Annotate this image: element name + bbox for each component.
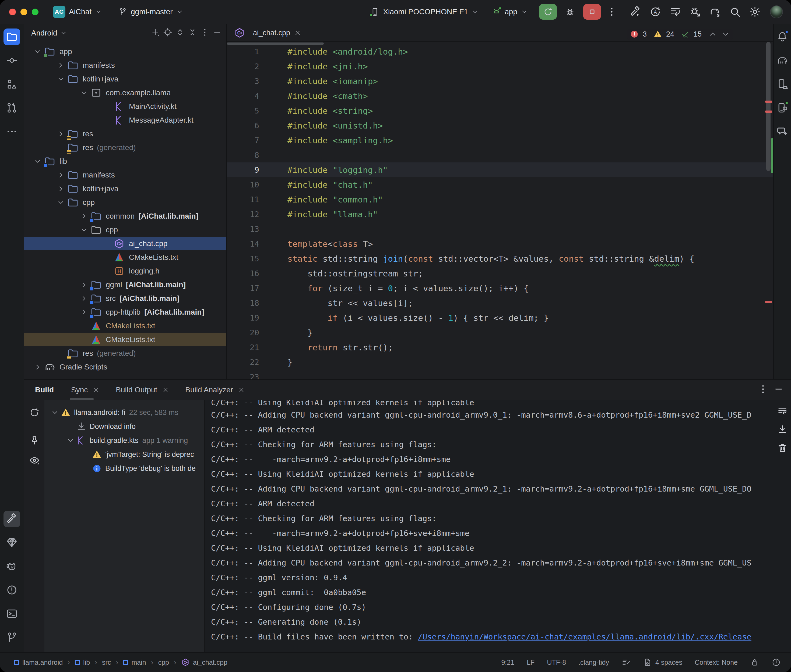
code-line-8[interactable]: 8	[227, 148, 773, 162]
code-style-formatter[interactable]	[621, 658, 631, 667]
tree-item-common[interactable]: common[AiChat.lib.main]	[24, 209, 226, 223]
close-window-button[interactable]	[9, 9, 16, 15]
expand-all-button[interactable]	[175, 27, 185, 39]
debug-button[interactable]	[561, 4, 579, 20]
user-avatar[interactable]	[770, 5, 783, 18]
code-line-14[interactable]: 14template<class T>	[227, 236, 773, 251]
indent-config[interactable]: 4 spaces	[643, 658, 682, 667]
gemini-chat-tool-button[interactable]	[774, 123, 791, 140]
previous-problem-icon[interactable]	[708, 30, 717, 39]
breadcrumb-src[interactable]: src	[102, 659, 111, 666]
sync-console[interactable]: C/C++: -- Using KleidiAI optimized kerne…	[205, 400, 791, 652]
close-tab-icon[interactable]	[93, 386, 99, 394]
build-tool-button[interactable]	[3, 510, 20, 527]
hide-build-panel-button[interactable]	[773, 384, 784, 396]
project-widget[interactable]: AC AiChat	[50, 4, 105, 20]
code-line-4[interactable]: 4#include <cmath>	[227, 88, 773, 103]
commit-tool-button[interactable]	[3, 52, 20, 69]
run-configuration-selector[interactable]: app	[489, 6, 531, 18]
chevron-right-icon[interactable]	[77, 293, 90, 304]
chevron-down-icon[interactable]	[55, 74, 67, 85]
branch-widget[interactable]: ggml-master	[116, 6, 186, 18]
code-line-23[interactable]: 23	[227, 370, 773, 379]
rerun-button[interactable]	[539, 4, 557, 20]
chevron-down-icon[interactable]	[77, 87, 90, 98]
build-and-run-button[interactable]	[629, 5, 642, 18]
close-tab-icon[interactable]	[162, 386, 169, 394]
view-options-button[interactable]	[29, 455, 40, 467]
build-tree-item[interactable]: 'jvmTarget: String' is deprec	[44, 448, 204, 461]
build-tab-build-output[interactable]: Build Output	[114, 380, 171, 400]
code-line-12[interactable]: 12#include "llama.h"	[227, 207, 773, 222]
file-encoding[interactable]: UTF-8	[547, 659, 566, 666]
code-line-19[interactable]: 19 if (i < values.size() - 1) { str << d…	[227, 310, 773, 325]
tree-item-src[interactable]: src[AiChat.lib.main]	[24, 291, 226, 305]
tree-item-logging-h[interactable]: Hlogging.h	[24, 264, 226, 278]
editor-tab-ai-chat-cpp[interactable]: C ai_chat.cpp	[232, 27, 303, 38]
tree-item-kotlin-java[interactable]: kotlin+java	[24, 182, 226, 195]
tree-item-kotlin-java[interactable]: kotlin+java	[24, 72, 226, 86]
editor-scrollbar[interactable]	[766, 42, 770, 171]
tree-item-cpp-httplib[interactable]: cpp-httplib[AiChat.lib.main]	[24, 305, 226, 319]
build-tree-item[interactable]: llama.android: fi22 sec, 583 ms	[44, 405, 204, 419]
close-tab-icon[interactable]	[294, 29, 302, 37]
error-stripe-mark[interactable]	[765, 101, 772, 103]
tree-item-manifests[interactable]: manifests	[24, 168, 226, 182]
project-options-button[interactable]	[200, 27, 210, 39]
breadcrumb-main[interactable]: main	[123, 659, 146, 666]
chevron-right-icon[interactable]	[55, 183, 67, 194]
chevron-down-icon[interactable]	[55, 197, 67, 208]
chevron-right-icon[interactable]	[31, 362, 44, 373]
code-line-10[interactable]: 10#include "chat.h"	[227, 177, 773, 192]
tree-item-res[interactable]: res	[24, 127, 226, 141]
chevron-right-icon[interactable]	[77, 279, 90, 290]
code-line-15[interactable]: 15static std::string join(const std::vec…	[227, 251, 773, 266]
code-line-16[interactable]: 16 std::ostringstream str;	[227, 266, 773, 281]
select-opened-file-button[interactable]	[163, 27, 173, 39]
tree-item-messageadapter-kt[interactable]: MessageAdapter.kt	[24, 113, 226, 127]
chevron-down-icon[interactable]	[65, 435, 76, 446]
sync-project-with-gradle-button[interactable]	[709, 5, 722, 18]
chevron-right-icon[interactable]	[55, 60, 67, 71]
device-manager-tool-button[interactable]	[774, 76, 791, 93]
tree-item-mainactivity-kt[interactable]: MainActivity.kt	[24, 99, 226, 113]
code-line-22[interactable]: 22}	[227, 355, 773, 370]
line-separator[interactable]: LF	[527, 659, 534, 666]
clang-tidy[interactable]: .clang-tidy	[578, 659, 609, 666]
code-editor[interactable]: 1#include <android/log.h>2#include <jni.…	[227, 42, 773, 379]
context[interactable]: Context: None	[695, 659, 738, 666]
tab-scrollbar[interactable]	[227, 43, 324, 45]
code-line-3[interactable]: 3#include <iomanip>	[227, 74, 773, 88]
build-tree-item[interactable]: build.gradle.ktsapp 1 warning	[44, 434, 204, 448]
tree-item-gradle-scripts[interactable]: Gradle Scripts	[24, 360, 226, 374]
attach-debugger-button[interactable]	[689, 5, 702, 18]
build-panel-options-button[interactable]	[757, 384, 769, 396]
build-tab-sync[interactable]: Sync	[69, 380, 102, 400]
tree-item-cpp[interactable]: cpp	[24, 195, 226, 209]
tree-item-app[interactable]: app	[24, 45, 226, 58]
code-line-17[interactable]: 17 for (size_t i = 0; i < values.size();…	[227, 281, 773, 296]
tree-item-manifests[interactable]: manifests	[24, 58, 226, 72]
tree-item-ggml[interactable]: ggml[AiChat.lib.main]	[24, 278, 226, 291]
logcat-tool-button[interactable]	[3, 558, 20, 574]
chevron-down-icon[interactable]	[77, 224, 90, 235]
chevron-down-icon[interactable]	[31, 46, 44, 57]
caret-position[interactable]: 9:21	[501, 659, 514, 666]
clear-console-button[interactable]	[777, 443, 788, 455]
tree-item-ai-chat-cpp[interactable]: Cai_chat.cpp	[24, 237, 226, 250]
chevron-down-icon[interactable]	[31, 156, 44, 167]
build-output-path-link[interactable]: /Users/hanyin/Workspace/ai-chat/examples…	[418, 632, 751, 642]
breadcrumb-llama-android[interactable]: llama.android	[14, 659, 63, 666]
project-view-selector[interactable]: Android	[31, 29, 57, 37]
tree-item-cmakelists-txt[interactable]: CMakeLists.txt	[24, 250, 226, 264]
code-line-2[interactable]: 2#include <jni.h>	[227, 59, 773, 74]
structure-tool-button[interactable]	[3, 76, 20, 93]
collapse-all-button[interactable]	[188, 27, 197, 39]
breadcrumb-cpp[interactable]: cpp	[158, 659, 169, 666]
project-tool-button[interactable]	[3, 29, 20, 45]
inspections-widget[interactable]	[772, 658, 781, 667]
resource-manager-tool-button[interactable]	[3, 534, 20, 551]
build-tab-build-analyzer[interactable]: Build Analyzer	[183, 380, 247, 400]
inspections-widget[interactable]: 3 24 15	[627, 29, 733, 40]
restart-sync-button[interactable]	[29, 407, 40, 419]
